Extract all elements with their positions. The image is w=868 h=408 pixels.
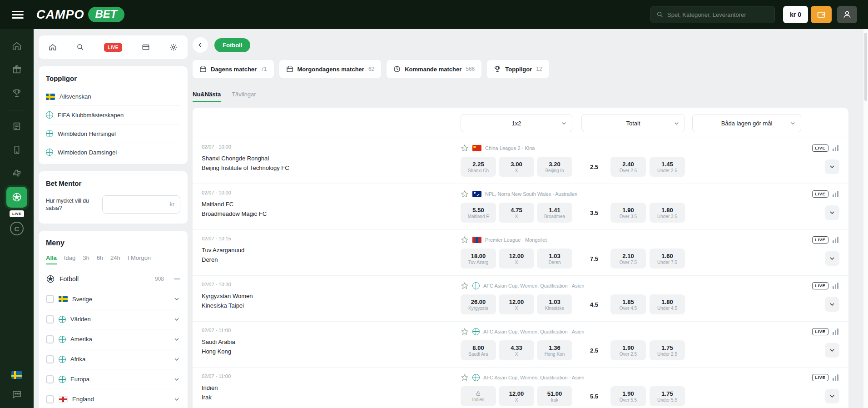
odds-away-button[interactable]: 1.41 Broadmea (537, 203, 572, 223)
odds-draw-button[interactable]: 12.00 X (499, 386, 534, 406)
odds-under-button[interactable]: 1.80 Under 3.5 (650, 203, 685, 223)
odds-home-button[interactable]: 18.00 Tuv Azarg (461, 249, 496, 269)
tab-nu-nasta[interactable]: Nu&Nästa (193, 91, 221, 102)
expand-match-button[interactable] (825, 205, 839, 220)
filter-chip[interactable]: Dagens matcher 71 (193, 60, 274, 78)
country-checkbox[interactable] (46, 395, 54, 403)
menu-tab[interactable]: I Morgon (128, 254, 151, 264)
rail-promotions-icon[interactable] (6, 59, 27, 80)
rail-mobile-icon[interactable] (6, 139, 27, 160)
filter-chip[interactable]: Toppligor 12 (487, 60, 549, 78)
country-checkbox[interactable] (46, 335, 54, 343)
favorite-star-icon[interactable] (461, 144, 469, 152)
tab-tavlingar[interactable]: Tävlingar (232, 91, 256, 102)
toppligor-item[interactable]: Allsvenskan (46, 88, 180, 105)
country-row[interactable]: England (46, 389, 180, 408)
chevron-down-icon[interactable] (173, 356, 180, 363)
match-info[interactable]: 02/07 · 11:00 Indien Irak (202, 373, 461, 406)
menu-tab[interactable]: Idag (64, 254, 75, 264)
expand-match-button[interactable] (825, 343, 839, 358)
stats-icon[interactable] (832, 328, 839, 335)
chevron-down-icon[interactable] (173, 396, 180, 403)
odds-home-button[interactable]: 2.25 Shanxi Ch (461, 157, 496, 177)
odds-draw-button[interactable]: 4.75 X (499, 203, 534, 223)
filter-chip[interactable]: Kommande matcher 566 (387, 60, 481, 78)
menu-tab[interactable]: 6h (97, 254, 103, 264)
search-input[interactable] (667, 11, 769, 18)
deposit-button[interactable] (811, 6, 832, 23)
expand-match-button[interactable] (825, 159, 839, 174)
rail-tournaments-icon[interactable] (6, 83, 27, 104)
country-row[interactable]: Amerika (46, 329, 180, 349)
odds-over-button[interactable]: 2.10 Över 7.5 (610, 249, 646, 269)
country-checkbox[interactable] (46, 315, 54, 323)
odds-over-button[interactable]: 1.90 Över 2.5 (610, 340, 646, 360)
odds-over-button[interactable]: 1.85 Över 4.5 (610, 294, 646, 314)
toppligor-item[interactable]: Wimbledon Damsingel (46, 143, 180, 161)
stats-icon[interactable] (832, 190, 839, 198)
chat-icon[interactable] (11, 389, 22, 400)
country-row[interactable]: Världen (46, 309, 180, 329)
odds-over-button[interactable]: 2.40 Över 2.5 (610, 157, 646, 177)
language-flag-icon[interactable] (11, 371, 22, 379)
scrollbar-thumb[interactable] (864, 33, 867, 101)
match-info[interactable]: 02/07 · 10:00 Maitland FC Broadmeadow Ma… (202, 190, 461, 223)
filter-chip[interactable]: Morgondagens matcher 62 (279, 60, 382, 78)
country-checkbox[interactable] (46, 375, 54, 383)
favorite-star-icon[interactable] (461, 190, 469, 198)
odds-under-button[interactable]: 1.75 Under 5.5 (650, 386, 685, 406)
country-row[interactable]: Europa (46, 369, 180, 389)
odds-away-button[interactable]: 1.03 Deren (537, 249, 572, 269)
stats-icon[interactable] (832, 144, 839, 152)
match-info[interactable]: 02/07 · 11:00 Saudi Arabia Hong Kong (202, 328, 461, 360)
logo[interactable]: CAMPO BET (36, 7, 124, 22)
chevron-down-icon[interactable] (173, 316, 180, 323)
rail-live-button[interactable]: LIVE (10, 210, 24, 217)
rail-sports-icon[interactable] (6, 187, 27, 208)
nav-live-badge[interactable]: LIVE (104, 43, 122, 52)
odds-over-button[interactable]: 1.90 Över 5.5 (610, 386, 646, 406)
odds-home-button[interactable]: Indien (461, 386, 496, 406)
favorite-star-icon[interactable] (461, 282, 469, 290)
odds-home-button[interactable]: 8.00 Saudi Ara (461, 340, 496, 360)
match-info[interactable]: 02/07 · 10:00 Shanxi Chongde Ronghai Bei… (202, 144, 461, 177)
rail-games-icon[interactable] (6, 163, 27, 184)
stats-icon[interactable] (832, 282, 839, 289)
odds-under-button[interactable]: 1.60 Under 7.5 (650, 249, 685, 269)
country-checkbox[interactable] (46, 295, 54, 303)
odds-away-button[interactable]: 51.00 Irak (537, 386, 572, 406)
match-info[interactable]: 02/07 · 10:30 Kyrgyzstan Women Kinesiska… (202, 282, 461, 314)
match-info[interactable]: 02/07 · 10:15 Tuv Azarganuud Deren (202, 236, 461, 269)
odds-under-button[interactable]: 1.80 Under 4.5 (650, 294, 685, 314)
favorite-star-icon[interactable] (461, 236, 469, 244)
topbar-search[interactable] (650, 6, 775, 23)
odds-home-button[interactable]: 26.00 Kyrgyzsta (461, 294, 496, 314)
stats-icon[interactable] (832, 374, 839, 381)
account-button[interactable] (837, 6, 857, 23)
back-button[interactable] (193, 37, 208, 53)
sport-pill[interactable]: Fotboll (214, 38, 250, 52)
chevron-down-icon[interactable] (173, 376, 180, 383)
rail-home-icon[interactable] (6, 35, 27, 56)
odds-away-button[interactable]: 1.03 Kinesiska (537, 294, 572, 314)
favorite-star-icon[interactable] (461, 328, 469, 336)
odds-draw-button[interactable]: 4.33 X (499, 340, 534, 360)
country-row[interactable]: Sverige (46, 289, 180, 309)
country-row[interactable]: Afrika (46, 349, 180, 369)
sport-row-fotboll[interactable]: Fotboll 908 (46, 270, 180, 289)
menu-tab[interactable]: Alla (46, 254, 57, 264)
odds-under-button[interactable]: 1.75 Under 2.5 (650, 340, 685, 360)
stats-icon[interactable] (832, 236, 839, 244)
rail-betslip-icon[interactable] (6, 116, 27, 137)
favorite-star-icon[interactable] (461, 373, 469, 382)
odds-draw-button[interactable]: 12.00 X (499, 294, 534, 314)
hamburger-menu-icon[interactable] (12, 9, 24, 20)
scrollbar[interactable] (863, 29, 868, 408)
chevron-down-icon[interactable] (173, 336, 180, 343)
chevron-down-icon[interactable] (173, 295, 180, 303)
expand-match-button[interactable] (825, 297, 839, 312)
toppligor-item[interactable]: FIFA Klubbmästerskapen (46, 105, 180, 124)
menu-tab[interactable]: 24h (110, 254, 120, 264)
odds-away-button[interactable]: 1.36 Hong Kon (537, 340, 572, 360)
nav-search-icon[interactable] (76, 43, 84, 51)
